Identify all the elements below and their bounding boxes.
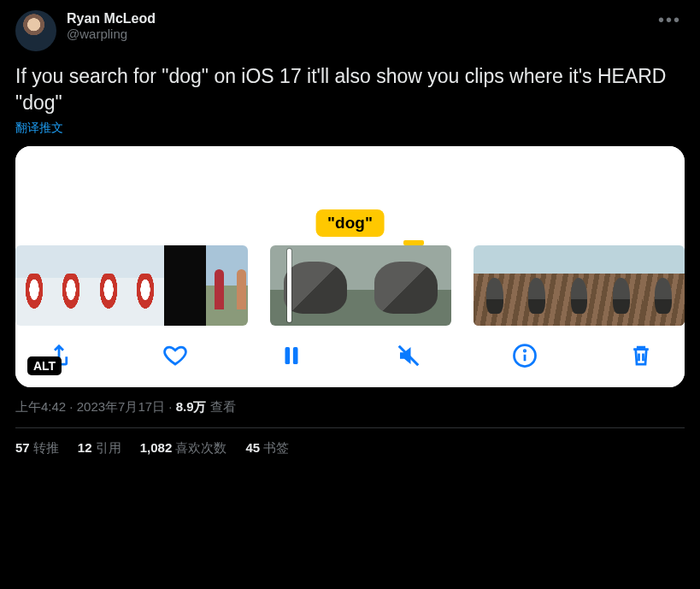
frame <box>600 245 642 326</box>
tweet-stats: 57 转推 12 引用 1,082 喜欢次数 45 书签 <box>15 428 685 456</box>
svg-rect-1 <box>293 347 298 364</box>
frame <box>53 245 91 326</box>
svg-rect-0 <box>285 347 291 364</box>
tweet-meta: 上午4:42 · 2023年7月17日 · 8.9万 查看 <box>15 399 685 428</box>
stat-bookmarks[interactable]: 45 书签 <box>245 440 289 456</box>
frame <box>15 245 53 326</box>
handle: @warpling <box>67 27 156 41</box>
time[interactable]: 上午4:42 <box>15 399 66 414</box>
stat-retweets[interactable]: 57 转推 <box>15 440 59 456</box>
frame <box>164 245 206 326</box>
pause-icon[interactable] <box>275 341 308 370</box>
svg-point-5 <box>524 350 526 352</box>
views-count: 8.9万 <box>176 399 207 414</box>
stat-likes[interactable]: 1,082 喜欢次数 <box>140 440 227 456</box>
trash-icon[interactable] <box>625 341 657 370</box>
tweet-text: If you search for "dog" on iOS 17 it'll … <box>15 63 685 116</box>
media-top: "dog" <box>15 146 685 245</box>
mute-icon[interactable] <box>392 341 425 370</box>
frame <box>558 245 600 326</box>
clip-group-1[interactable] <box>15 245 248 326</box>
playhead[interactable] <box>287 249 291 322</box>
stat-quotes[interactable]: 12 引用 <box>78 440 121 456</box>
date[interactable]: 2023年7月17日 <box>77 399 165 414</box>
translate-link[interactable]: 翻译推文 <box>15 121 63 136</box>
frame <box>206 245 248 326</box>
display-name: Ryan McLeod <box>67 10 156 27</box>
alt-badge[interactable]: ALT <box>27 356 62 375</box>
video-timeline[interactable] <box>15 245 685 326</box>
tweet-header: Ryan McLeod @warpling ••• <box>15 10 685 51</box>
heart-icon[interactable] <box>159 341 191 370</box>
frame <box>270 245 361 326</box>
views-label[interactable]: 查看 <box>210 399 236 414</box>
info-icon[interactable] <box>509 341 541 370</box>
frame <box>127 245 165 326</box>
frame <box>90 245 127 326</box>
frame <box>515 245 557 326</box>
search-tag: "dog" <box>315 209 385 237</box>
avatar[interactable] <box>15 10 56 51</box>
media-card[interactable]: "dog" <box>15 146 685 387</box>
clip-group-2[interactable] <box>270 245 451 326</box>
more-button[interactable]: ••• <box>655 10 685 30</box>
frame <box>361 245 451 326</box>
clip-group-3[interactable] <box>474 245 685 326</box>
frame <box>474 245 515 326</box>
frame <box>643 245 685 326</box>
media-toolbar <box>15 326 685 387</box>
author-names[interactable]: Ryan McLeod @warpling <box>67 10 156 41</box>
